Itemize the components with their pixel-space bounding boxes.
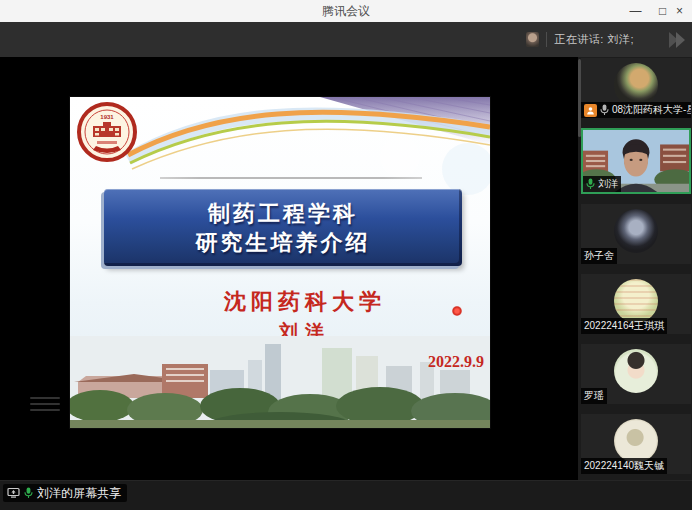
mic-icon	[24, 487, 33, 499]
slide-university-name: 沈阳药科大学	[70, 287, 490, 317]
window-title: 腾讯会议	[322, 3, 370, 20]
speaking-label: 正在讲话: 刘洋;	[554, 32, 634, 47]
logo-year: 1931	[100, 114, 114, 120]
participant-list: 08沈阳药科大学-星...	[581, 58, 691, 474]
mic-icon	[586, 178, 595, 190]
slide-title-banner: 制药工程学科 研究生培养介绍	[104, 189, 462, 266]
participant-avatar	[614, 63, 658, 107]
maximize-button[interactable]: □	[649, 0, 676, 22]
participant-name: 罗瑶	[584, 389, 604, 403]
participant-label: 孙子舍	[581, 248, 617, 264]
collapse-sidebar-icon[interactable]	[666, 30, 688, 50]
participant-name: 202224164王琪琪	[584, 319, 664, 333]
participant-label: 刘洋	[583, 176, 621, 192]
screen-share-status: 刘洋的屏幕共享	[3, 484, 127, 502]
participant-name: 202224140魏天铖	[584, 459, 664, 473]
divider	[546, 32, 547, 47]
participant-label: 202224140魏天铖	[581, 458, 667, 474]
presentation-slide: 1931 制药工程学科 研究生培养介绍 沈阳药科大学 刘洋	[70, 97, 490, 428]
participant-avatar	[614, 279, 658, 323]
window-controls: — □ ×	[622, 0, 692, 22]
status-bar: 正在讲话: 刘洋;	[0, 22, 692, 57]
minimize-button[interactable]: —	[622, 0, 649, 22]
bottom-bar: 刘洋的屏幕共享	[0, 480, 692, 510]
university-logo: 1931	[77, 102, 137, 162]
participant-avatar	[614, 349, 658, 393]
screen-share-icon	[7, 487, 20, 499]
window-titlebar: 腾讯会议 — □ ×	[0, 0, 692, 23]
participant-tile[interactable]: 罗瑶	[581, 344, 691, 404]
participant-tile[interactable]: 202224140魏天铖	[581, 414, 691, 474]
close-button[interactable]: ×	[676, 0, 692, 22]
participant-tile[interactable]: 202224164王琪琪	[581, 274, 691, 334]
presenter-outline-icon	[30, 393, 60, 415]
participant-label: 202224164王琪琪	[581, 318, 667, 334]
slide-date: 2022.9.9	[428, 353, 484, 371]
participant-tile[interactable]: 孙子舍	[581, 204, 691, 264]
screen-share-stage: 1931 制药工程学科 研究生培养介绍 沈阳药科大学 刘洋	[0, 57, 578, 480]
slide-divider-line	[160, 177, 422, 179]
speaking-indicator: 正在讲话: 刘洋;	[526, 22, 634, 57]
participant-label: 08沈阳药科大学-星...	[581, 102, 691, 118]
participant-name: 孙子舍	[584, 249, 614, 263]
meeting-window: 正在讲话: 刘洋;	[0, 22, 692, 510]
participant-label: 罗瑶	[581, 388, 607, 404]
participant-avatar	[614, 419, 658, 463]
slide-title-line2: 研究生培养介绍	[196, 228, 371, 257]
participant-name: 08沈阳药科大学-星...	[612, 103, 691, 117]
participant-name: 刘洋	[598, 177, 618, 191]
participant-avatar	[614, 209, 658, 253]
host-badge-icon	[584, 104, 597, 117]
slide-title-line1: 制药工程学科	[208, 199, 358, 228]
laser-pointer-dot	[452, 306, 462, 316]
campus-photo	[70, 336, 490, 428]
speaker-avatar	[526, 32, 539, 47]
participant-tile[interactable]: 刘洋	[581, 128, 691, 194]
screen-share-label: 刘洋的屏幕共享	[37, 485, 121, 502]
participants-sidebar: 08沈阳药科大学-星...	[578, 57, 692, 480]
mic-icon	[600, 104, 609, 116]
participant-tile[interactable]: 08沈阳药科大学-星...	[581, 58, 691, 118]
